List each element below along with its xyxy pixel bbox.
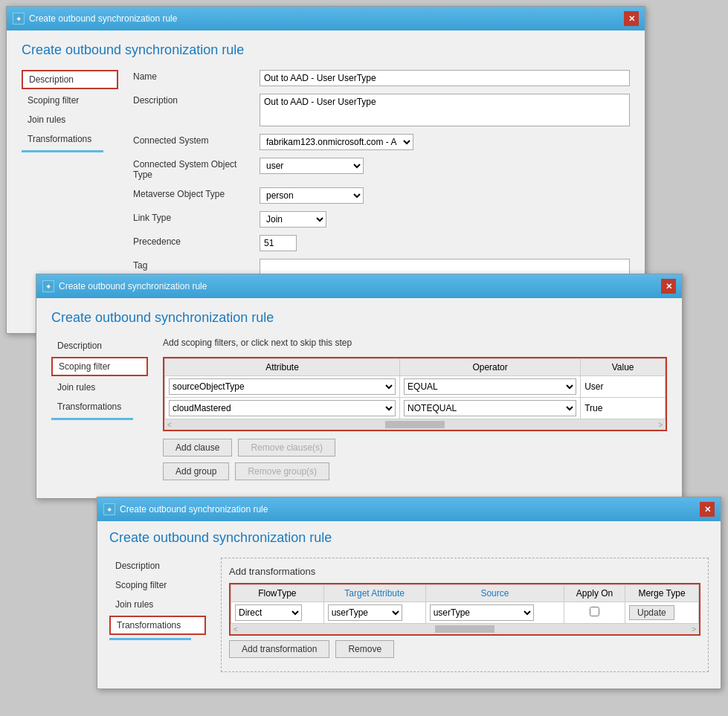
window2-scrollbar[interactable]: < > (164, 419, 666, 430)
table-row: sourceObjectType EQUAL User (165, 376, 666, 398)
window1-cs-object-type-label: Connected System Object Type (133, 158, 252, 180)
window3-nav-transform[interactable]: Transformations (109, 616, 206, 635)
window1-name-input[interactable] (260, 70, 630, 86)
window2-icon: ✦ (42, 280, 54, 292)
window3-heading: Create outbound synchronization rule (109, 530, 709, 546)
window1-connected-system-select[interactable]: fabrikam123.onmicrosoft.com - A (260, 134, 413, 150)
window1-description-row: Description Out to AAD - User UserType (133, 94, 630, 126)
window3-col-source: Source (425, 585, 564, 602)
window3-col-flowtype: FlowType (231, 585, 324, 602)
window1-connected-system-label: Connected System (133, 134, 252, 146)
window2-add-clause-button[interactable]: Add clause (163, 439, 232, 457)
window1-nav-transform[interactable]: Transformations (22, 131, 118, 147)
window2-nav-join[interactable]: Join rules (51, 379, 148, 396)
window2-operator-select-1[interactable]: EQUAL (404, 378, 576, 395)
window2-col-value: Value (581, 359, 666, 376)
window2-clause-buttons: Add clause Remove clause(s) (163, 439, 667, 457)
window1-tag-label: Tag (133, 259, 252, 271)
window2-heading: Create outbound synchronization rule (51, 310, 667, 326)
window1-titlebar: ✦ Create outbound synchronization rule ✕ (7, 7, 645, 30)
window3-scrollbar[interactable]: < > (231, 624, 699, 634)
window2-nav-transform[interactable]: Transformations (51, 399, 148, 415)
window3-nav-join[interactable]: Join rules (109, 596, 206, 613)
window2-remove-clause-button[interactable]: Remove clause(s) (238, 439, 335, 457)
window3-col-target: Target Attribute (323, 585, 425, 602)
window1-tag-input[interactable] (260, 259, 630, 275)
window3-icon: ✦ (103, 503, 115, 515)
window3-nav: Description Scoping filter Join rules Tr… (109, 558, 206, 680)
window1-connected-system-row: Connected System fabrikam123.onmicrosoft… (133, 134, 630, 150)
window1-name-label: Name (133, 70, 252, 82)
window1-mv-object-type-select[interactable]: person (260, 187, 364, 204)
window1-precedence-label: Precedence (133, 235, 252, 247)
window2-titlebar: ✦ Create outbound synchronization rule ✕ (36, 274, 682, 298)
window3-title: Create outbound synchronization rule (120, 504, 268, 515)
window1-icon: ✦ (13, 13, 25, 25)
window3-form: Add transformations FlowType Target Attr… (221, 558, 709, 680)
window3-apply-on-checkbox[interactable] (590, 607, 599, 616)
window2-remove-group-button[interactable]: Remove group(s) (235, 462, 329, 480)
window1-description-label: Description (133, 94, 252, 106)
window2-nav-description[interactable]: Description (51, 338, 148, 354)
window3: ✦ Create outbound synchronization rule ✕… (97, 497, 721, 689)
window3-transform-table-container: FlowType Target Attribute Source Apply O… (229, 583, 700, 636)
window2-attr-select-2[interactable]: cloudMastered (169, 400, 396, 416)
window3-target-select[interactable]: userType (328, 604, 402, 621)
window2-scoping-text: Add scoping filters, or click next to sk… (163, 338, 667, 348)
window2-title: Create outbound synchronization rule (59, 281, 207, 291)
window3-flowtype-select[interactable]: Direct (235, 604, 302, 621)
window2-close-button[interactable]: ✕ (661, 279, 676, 294)
window1-mv-object-type-row: Metaverse Object Type person (133, 187, 630, 204)
window3-col-merge: Merge Type (625, 585, 699, 602)
window2-filter-table: Attribute Operator Value sourceObjectTyp… (164, 358, 666, 419)
window3-remove-button[interactable]: Remove (335, 640, 394, 658)
window2: ✦ Create outbound synchronization rule ✕… (36, 274, 683, 499)
window2-value-2: True (581, 398, 666, 419)
window1-precedence-input[interactable] (260, 235, 297, 251)
window1-precedence-row: Precedence (133, 235, 630, 251)
window1-cs-object-type-row: Connected System Object Type user (133, 158, 630, 180)
window2-form: Add scoping filters, or click next to sk… (163, 338, 667, 486)
window1-description-input[interactable]: Out to AAD - User UserType (260, 94, 630, 126)
window3-action-buttons: Add transformation Remove (229, 640, 700, 658)
window1-link-type-row: Link Type Join (133, 211, 630, 228)
window1-mv-object-type-label: Metaverse Object Type (133, 187, 252, 199)
window2-col-attribute: Attribute (165, 359, 400, 376)
window3-transform-table: FlowType Target Attribute Source Apply O… (231, 584, 699, 624)
window2-nav: Description Scoping filter Join rules Tr… (51, 338, 148, 486)
window3-transform-box: Add transformations FlowType Target Attr… (221, 558, 709, 672)
window3-nav-scoping[interactable]: Scoping filter (109, 577, 206, 593)
window1-cs-object-type-select[interactable]: user (260, 158, 364, 174)
window3-nav-description[interactable]: Description (109, 558, 206, 574)
window1-nav-join[interactable]: Join rules (22, 112, 118, 128)
window3-titlebar: ✦ Create outbound synchronization rule ✕ (97, 497, 721, 521)
window2-attr-select-1[interactable]: sourceObjectType (169, 378, 396, 395)
window1-nav-description[interactable]: Description (22, 70, 118, 89)
window3-col-apply: Apply On (564, 585, 625, 602)
table-row: cloudMastered NOTEQUAL True (165, 398, 666, 419)
window1-nav-scoping[interactable]: Scoping filter (22, 92, 118, 109)
window1-heading: Create outbound synchronization rule (22, 42, 630, 58)
window2-add-group-button[interactable]: Add group (163, 462, 229, 480)
window2-nav-scoping[interactable]: Scoping filter (51, 357, 148, 376)
window3-section-label: Add transformations (229, 566, 700, 577)
window2-operator-select-2[interactable]: NOTEQUAL (404, 400, 576, 416)
window3-merge-type-button[interactable]: Update (629, 605, 674, 620)
window2-value-1: User (581, 376, 666, 398)
window1-name-row: Name (133, 70, 630, 86)
window3-close-button[interactable]: ✕ (700, 502, 715, 517)
window3-add-transformation-button[interactable]: Add transformation (229, 640, 329, 658)
window3-source-select[interactable]: userType (430, 604, 534, 621)
window2-col-operator: Operator (400, 359, 581, 376)
window1-title: Create outbound synchronization rule (29, 13, 177, 24)
window1-tag-row: Tag (133, 259, 630, 275)
window2-filter-table-container: Attribute Operator Value sourceObjectTyp… (163, 357, 667, 431)
window2-group-buttons: Add group Remove group(s) (163, 462, 667, 480)
window1-link-type-label: Link Type (133, 211, 252, 223)
table-row: Direct userType (231, 602, 699, 624)
window1-close-button[interactable]: ✕ (624, 11, 639, 26)
window1-link-type-select[interactable]: Join (260, 211, 326, 228)
